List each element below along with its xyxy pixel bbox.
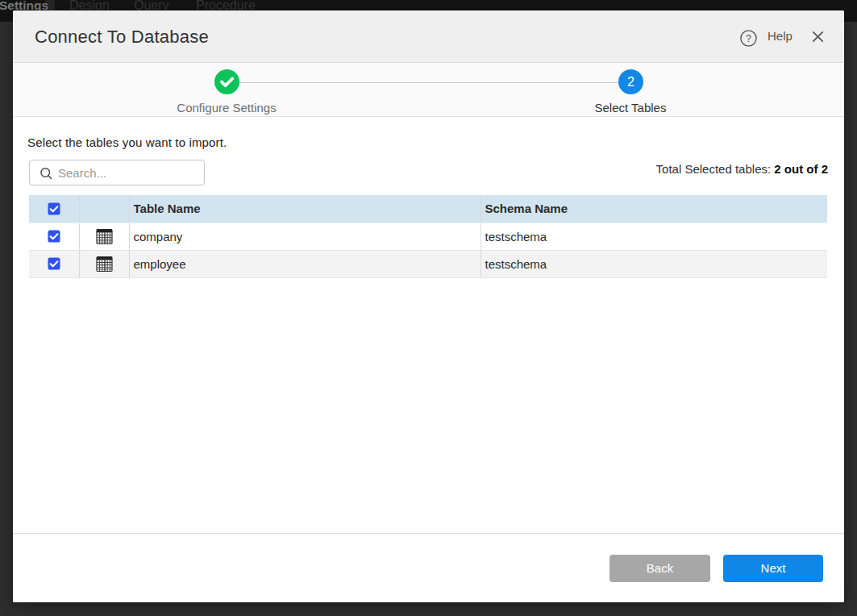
svg-text:?: ? <box>746 33 751 44</box>
